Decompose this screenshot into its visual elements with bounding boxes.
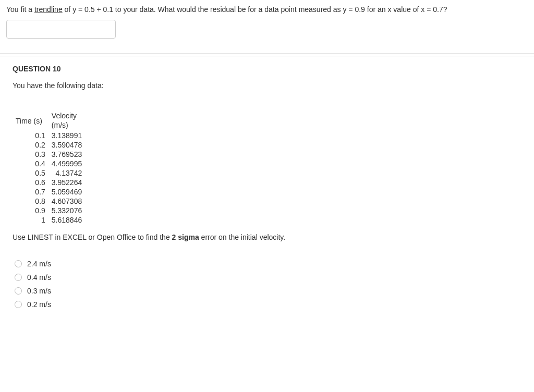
option-row[interactable]: 0.4 m/s [15,271,521,284]
cell-time: 0.6 [13,178,48,187]
radio-icon[interactable] [15,301,22,308]
table-row: 0.95.332076 [13,206,85,215]
text-segment: of y = 0.5 + 0.1 to your data. What woul… [63,5,447,14]
cell-time: 0.4 [13,159,48,168]
text-segment: error on the initial velocity. [199,233,285,241]
cell-velocity: 4.13742 [48,168,85,178]
option-row[interactable]: 0.3 m/s [15,284,521,298]
option-label: 0.4 m/s [27,273,51,281]
table-row: 0.23.590478 [13,140,85,150]
cell-velocity: 4.499995 [48,159,85,168]
option-row[interactable]: 2.4 m/s [15,257,521,271]
velocity-label-line1: Velocity [52,112,77,120]
cell-time: 0.3 [13,150,48,159]
table-row: 0.75.059469 [13,187,85,197]
question-intro: You have the following data: [13,81,521,90]
radio-icon[interactable] [15,260,22,267]
cell-time: 0.2 [13,140,48,150]
cell-velocity: 3.590478 [48,140,85,150]
cell-velocity: 3.138991 [48,131,85,140]
table-header-velocity: Velocity (m/s) [48,111,85,131]
option-label: 0.3 m/s [27,287,51,295]
velocity-label-line2: (m/s) [52,121,68,129]
table-row: 0.13.138991 [13,131,85,140]
table-body: 0.13.138991 0.23.590478 0.33.769523 0.44… [13,131,85,225]
table-row: 0.84.607308 [13,197,85,206]
trendline-word: trendline [34,5,63,14]
radio-icon[interactable] [15,274,22,281]
question-header: QUESTION 10 [13,65,521,73]
cell-time: 0.8 [13,197,48,206]
text-segment: You fit a [6,5,34,14]
data-table: Time (s) Velocity (m/s) 0.13.138991 0.23… [13,111,85,225]
two-sigma-bold: 2 sigma [172,233,199,241]
cell-velocity: 4.607308 [48,197,85,206]
option-row[interactable]: 0.2 m/s [15,298,521,311]
text-segment: Use LINEST in EXCEL or Open Office to fi… [13,233,172,241]
table-header-time: Time (s) [13,111,48,131]
cell-time: 0.9 [13,206,48,215]
question-10-section: QUESTION 10 You have the following data:… [0,56,534,320]
cell-velocity: 5.332076 [48,206,85,215]
cell-time: 0.1 [13,131,48,140]
cell-velocity: 5.618846 [48,215,85,225]
option-label: 0.2 m/s [27,300,51,309]
cell-time: 1 [13,215,48,225]
top-question-section: You fit a trendline of y = 0.5 + 0.1 to … [0,0,534,49]
table-row: 0.54.13742 [13,168,85,178]
radio-icon[interactable] [15,287,22,295]
table-row: 0.63.952264 [13,178,85,187]
top-question-text: You fit a trendline of y = 0.5 + 0.1 to … [6,5,528,14]
table-row: 0.44.499995 [13,159,85,168]
option-label: 2.4 m/s [27,260,51,268]
cell-velocity: 5.059469 [48,187,85,197]
divider [0,53,534,54]
cell-velocity: 3.769523 [48,150,85,159]
answer-input[interactable] [6,20,116,39]
instruction-text: Use LINEST in EXCEL or Open Office to fi… [13,233,521,241]
options-group: 2.4 m/s 0.4 m/s 0.3 m/s 0.2 m/s [15,257,521,311]
table-row: 0.33.769523 [13,150,85,159]
cell-time: 0.7 [13,187,48,197]
cell-velocity: 3.952264 [48,178,85,187]
table-row: 15.618846 [13,215,85,225]
cell-time: 0.5 [13,168,48,178]
